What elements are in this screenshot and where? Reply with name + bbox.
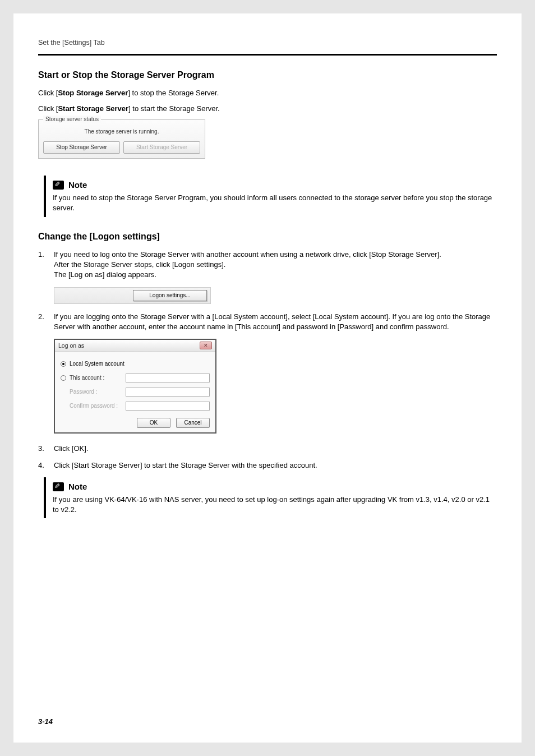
ok-button[interactable]: OK xyxy=(137,418,170,428)
paragraph: Click [Stop Storage Server] to stop the … xyxy=(38,88,497,98)
logon-settings-strip: Logon settings... xyxy=(54,287,211,304)
list-text: Click [Start Storage Server] to start th… xyxy=(54,460,497,471)
list-number: 4. xyxy=(38,460,54,471)
confirm-password-input[interactable] xyxy=(126,402,210,411)
this-account-input[interactable] xyxy=(126,374,210,382)
logon-settings-button[interactable]: Logon settings... xyxy=(133,290,207,301)
password-label: Password : xyxy=(70,388,126,396)
list-number: 3. xyxy=(38,444,54,454)
close-icon[interactable]: ✕ xyxy=(200,342,212,349)
radio-local-system[interactable] xyxy=(61,361,66,367)
list-item: 4. Click [Start Storage Server] to start… xyxy=(38,460,497,471)
dialog-title: Log on as xyxy=(58,342,84,350)
note-block: Note If you are using VK-64/VK-16 with N… xyxy=(44,477,497,518)
note-body: If you need to stop the Storage Server P… xyxy=(53,193,497,213)
text: Click [ xyxy=(38,89,58,97)
section-heading-start-stop: Start or Stop the Storage Server Program xyxy=(38,69,497,81)
text: ] to stop the Storage Server. xyxy=(128,89,219,97)
start-storage-server-button[interactable]: Start Storage Server xyxy=(123,141,200,154)
confirm-password-label: Confirm password : xyxy=(70,402,126,410)
section-heading-logon: Change the [Logon settings] xyxy=(38,231,497,243)
status-text: The storage server is running. xyxy=(43,128,200,136)
text-strong: Start Storage Server xyxy=(58,104,128,113)
list-number: 1. xyxy=(38,250,54,280)
text: ] to start the Storage Server. xyxy=(128,104,220,113)
text-strong: Stop Storage Server xyxy=(58,89,128,97)
page-number: 3-14 xyxy=(38,717,53,727)
storage-server-status-box: Storage server status The storage server… xyxy=(38,119,205,159)
cancel-button[interactable]: Cancel xyxy=(176,418,210,428)
dialog-titlebar: Log on as ✕ xyxy=(55,340,215,352)
radio-label: This account : xyxy=(70,374,126,382)
fieldset-legend: Storage server status xyxy=(43,116,101,123)
list-item: 2. If you are logging onto the Storage S… xyxy=(38,312,497,332)
list-item: 1. If you need to log onto the Storage S… xyxy=(38,250,497,280)
radio-this-account[interactable] xyxy=(61,375,66,381)
note-title: Note xyxy=(68,481,87,492)
stop-storage-server-button[interactable]: Stop Storage Server xyxy=(43,141,120,154)
paragraph: Click [Start Storage Server] to start th… xyxy=(38,104,497,114)
logon-as-dialog: Log on as ✕ Local System account This ac… xyxy=(54,339,216,434)
note-icon xyxy=(53,181,64,190)
list-text: Click [OK]. xyxy=(54,444,497,454)
note-icon xyxy=(53,482,64,491)
list-item: 3. Click [OK]. xyxy=(38,444,497,454)
breadcrumb: Set the [Settings] Tab xyxy=(38,38,497,48)
list-text: If you are logging onto the Storage Serv… xyxy=(54,312,497,332)
radio-label: Local System account xyxy=(70,360,124,368)
divider xyxy=(38,54,497,56)
note-body: If you are using VK-64/VK-16 with NAS se… xyxy=(53,495,497,515)
list-number: 2. xyxy=(38,312,54,332)
list-text: If you need to log onto the Storage Serv… xyxy=(54,250,497,280)
note-title: Note xyxy=(68,179,87,191)
password-input[interactable] xyxy=(126,388,210,397)
text: Click [ xyxy=(38,104,58,113)
note-block: Note If you need to stop the Storage Ser… xyxy=(44,176,497,216)
